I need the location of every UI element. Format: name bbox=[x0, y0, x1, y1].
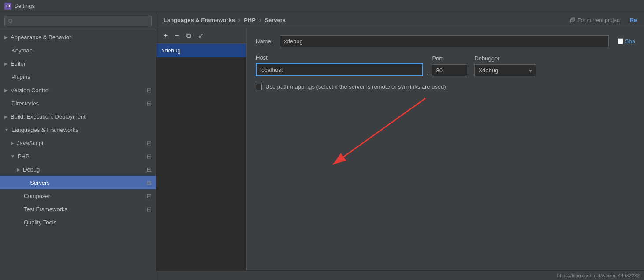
copy-icon: ⊞ bbox=[147, 153, 152, 160]
copy-icon: ⊞ bbox=[147, 140, 152, 146]
breadcrumb-project: 🗐 For current project bbox=[570, 17, 621, 23]
path-mapping-row: Use path mappings (select if the server … bbox=[256, 83, 635, 90]
server-item-xdebug[interactable]: xdebug bbox=[156, 44, 246, 57]
host-input[interactable] bbox=[256, 63, 423, 76]
name-input[interactable] bbox=[280, 35, 609, 47]
sidebar-item-label: Directories bbox=[4, 100, 147, 107]
name-row: Name: Sha bbox=[256, 35, 635, 47]
sidebar-item-label: Quality Tools bbox=[17, 219, 152, 226]
server-list: xdebug bbox=[156, 44, 246, 270]
chevron-down-icon: ▼ bbox=[11, 154, 15, 159]
sidebar-item-php[interactable]: ▼ PHP ⊞ bbox=[0, 149, 156, 163]
chevron-right-icon: ▶ bbox=[4, 114, 8, 119]
sidebar-item-plugins[interactable]: Plugins bbox=[0, 70, 156, 83]
sidebar-item-debug[interactable]: ▶ Debug ⊞ bbox=[0, 163, 156, 176]
page-icon: 🗐 bbox=[570, 17, 575, 23]
path-mapping-checkbox[interactable] bbox=[256, 84, 262, 90]
copy-icon: ⊞ bbox=[147, 87, 152, 93]
host-group: Host bbox=[256, 54, 423, 76]
sidebar-item-label: Build, Execution, Deployment bbox=[11, 113, 152, 120]
nav-tree: ▶ Appearance & Behavior Keymap ▶ Editor … bbox=[0, 30, 156, 280]
colon-separator: : bbox=[423, 68, 432, 76]
for-current-project-label: For current project bbox=[577, 17, 621, 23]
sidebar-item-label: Languages & Frameworks bbox=[11, 127, 152, 133]
sidebar-item-languages[interactable]: ▼ Languages & Frameworks bbox=[0, 123, 156, 136]
search-input[interactable] bbox=[4, 16, 152, 26]
content-panel: Languages & Frameworks › PHP › Servers 🗐… bbox=[156, 12, 644, 280]
status-bar: https://blog.csdn.net/weixin_44032232 bbox=[156, 270, 644, 280]
sidebar-item-appearance[interactable]: ▶ Appearance & Behavior bbox=[0, 30, 156, 44]
sidebar-item-servers[interactable]: Servers ⊞ bbox=[0, 176, 156, 189]
copy-server-button[interactable]: ⧉ bbox=[183, 31, 194, 41]
port-group: Port bbox=[432, 55, 467, 76]
copy-icon: ⊞ bbox=[147, 206, 152, 213]
sidebar-item-label: Editor bbox=[11, 60, 152, 67]
share-checkbox-input[interactable] bbox=[618, 38, 623, 44]
chevron-right-icon: ▶ bbox=[4, 35, 8, 40]
move-server-button[interactable]: ↙ bbox=[195, 31, 206, 41]
remove-server-button[interactable]: − bbox=[172, 31, 181, 41]
sidebar-item-composer[interactable]: Composer ⊞ bbox=[0, 189, 156, 202]
copy-icon: ⊞ bbox=[147, 166, 152, 173]
debugger-select-wrapper: Xdebug Zend Debugger bbox=[474, 64, 536, 76]
port-label: Port bbox=[432, 55, 467, 62]
sidebar-item-javascript[interactable]: ▶ JavaScript ⊞ bbox=[0, 136, 156, 149]
name-label: Name: bbox=[256, 38, 275, 45]
reset-link[interactable]: Re bbox=[629, 17, 637, 23]
host-label: Host bbox=[256, 54, 423, 61]
chevron-right-icon: ▶ bbox=[17, 167, 20, 172]
breadcrumb-separator-2: › bbox=[259, 17, 261, 23]
sidebar-item-label: Plugins bbox=[4, 74, 152, 80]
copy-icon: ⊞ bbox=[147, 193, 152, 199]
sidebar-item-label: Version Control bbox=[11, 87, 147, 93]
status-url: https://blog.csdn.net/weixin_44032232 bbox=[557, 273, 640, 278]
sidebar-item-label: Test Frameworks bbox=[17, 206, 147, 213]
chevron-right-icon: ▶ bbox=[4, 88, 8, 93]
add-server-button[interactable]: + bbox=[161, 31, 170, 41]
sidebar-item-label: Keymap bbox=[4, 47, 152, 54]
share-label: Sha bbox=[625, 38, 635, 45]
sidebar-item-label: JavaScript bbox=[17, 140, 147, 146]
breadcrumb: Languages & Frameworks › PHP › Servers 🗐… bbox=[156, 12, 644, 28]
sidebar-item-editor[interactable]: ▶ Editor bbox=[0, 57, 156, 70]
sidebar-item-label: Debug bbox=[23, 166, 147, 173]
sidebar-item-version-control[interactable]: ▶ Version Control ⊞ bbox=[0, 83, 156, 97]
chevron-right-icon: ▶ bbox=[11, 141, 14, 146]
port-input[interactable] bbox=[432, 64, 467, 76]
sidebar-item-keymap[interactable]: Keymap bbox=[0, 44, 156, 57]
main-container: ▶ Appearance & Behavior Keymap ▶ Editor … bbox=[0, 12, 644, 280]
sidebar: ▶ Appearance & Behavior Keymap ▶ Editor … bbox=[0, 12, 156, 280]
path-mapping-label: Use path mappings (select if the server … bbox=[265, 83, 446, 90]
toolbar: + − ⧉ ↙ bbox=[156, 28, 246, 44]
form-area: Name: Sha Host bbox=[247, 28, 644, 270]
share-checkbox[interactable]: Sha bbox=[618, 38, 635, 45]
sidebar-item-label: Servers bbox=[23, 179, 147, 186]
app-icon: ⚙ bbox=[4, 3, 11, 10]
chevron-down-icon: ▼ bbox=[4, 127, 9, 132]
chevron-right-icon: ▶ bbox=[4, 61, 8, 66]
panel-body: + − ⧉ ↙ xdebug Name: bbox=[156, 28, 644, 270]
sidebar-item-quality-tools[interactable]: Quality Tools bbox=[0, 216, 156, 229]
debugger-select[interactable]: Xdebug Zend Debugger bbox=[474, 64, 536, 76]
window-title: Settings bbox=[14, 3, 35, 9]
svg-line-1 bbox=[333, 98, 425, 164]
breadcrumb-languages: Languages & Frameworks bbox=[164, 17, 235, 23]
red-arrow-annotation bbox=[320, 94, 430, 173]
search-bar bbox=[0, 12, 156, 30]
sidebar-item-directories[interactable]: Directories ⊞ bbox=[0, 97, 156, 110]
sidebar-item-label: Appearance & Behavior bbox=[11, 34, 152, 41]
sidebar-item-test-frameworks[interactable]: Test Frameworks ⊞ bbox=[0, 202, 156, 216]
title-bar: ⚙ Settings bbox=[0, 0, 644, 12]
copy-icon: ⊞ bbox=[147, 179, 152, 186]
debugger-group: Debugger Xdebug Zend Debugger bbox=[474, 55, 536, 76]
sidebar-item-label: PHP bbox=[18, 153, 147, 160]
copy-icon: ⊞ bbox=[147, 100, 152, 107]
breadcrumb-servers: Servers bbox=[264, 17, 286, 23]
breadcrumb-separator: › bbox=[238, 17, 240, 23]
breadcrumb-php: PHP bbox=[244, 17, 256, 23]
sidebar-item-build[interactable]: ▶ Build, Execution, Deployment bbox=[0, 110, 156, 123]
debugger-label: Debugger bbox=[474, 55, 536, 62]
sidebar-item-label: Composer bbox=[17, 193, 147, 199]
